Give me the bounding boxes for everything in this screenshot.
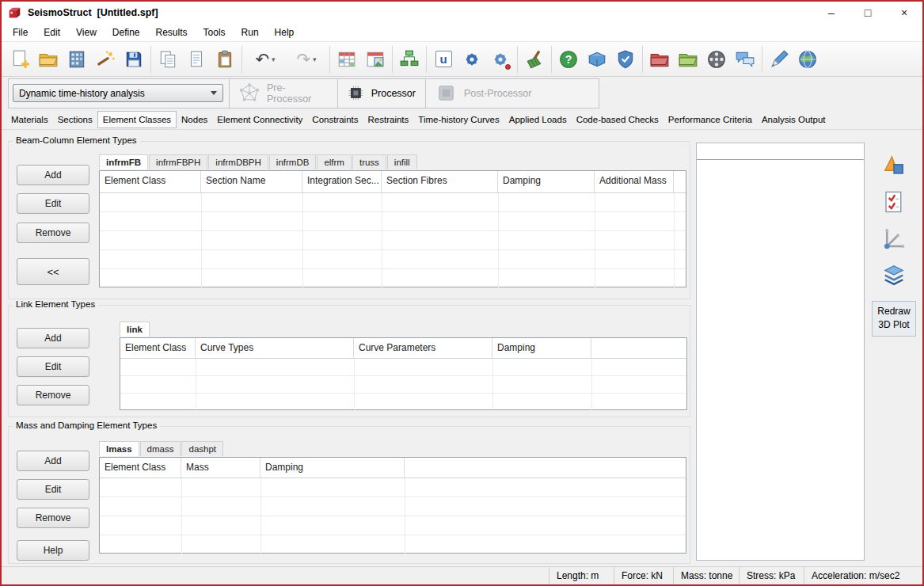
technical-support-icon[interactable] bbox=[611, 44, 640, 74]
redraw-3d-plot-button[interactable]: Redraw 3D Plot bbox=[872, 301, 916, 337]
help-icon[interactable]: ? bbox=[554, 44, 583, 74]
pre-processor-button[interactable]: Pre-Processor bbox=[229, 79, 337, 108]
minimize-icon[interactable]: – bbox=[813, 2, 850, 24]
col-damping[interactable]: Damping bbox=[498, 171, 595, 192]
processor-button[interactable]: Processor bbox=[337, 79, 425, 108]
close-icon[interactable]: × bbox=[886, 2, 922, 24]
deformed-shape-axes-icon[interactable] bbox=[879, 225, 909, 252]
open-project-icon[interactable] bbox=[34, 44, 63, 74]
building-modeller-icon[interactable] bbox=[63, 44, 91, 74]
user-manual-icon[interactable] bbox=[583, 44, 611, 74]
discussion-forum-icon[interactable] bbox=[731, 44, 759, 74]
tab-truss[interactable]: truss bbox=[352, 154, 386, 169]
beam-edit-button[interactable]: Edit bbox=[17, 193, 89, 214]
col-element-class[interactable]: Element Class bbox=[100, 458, 181, 478]
tab-sections[interactable]: Sections bbox=[53, 111, 97, 128]
tab-infrmDB[interactable]: infrmDB bbox=[269, 154, 317, 169]
col-section-fibres[interactable]: Section Fibres bbox=[382, 171, 498, 192]
col-integration-sections[interactable]: Integration Sec... bbox=[302, 171, 382, 192]
beam-add-button[interactable]: Add bbox=[17, 165, 89, 185]
mass-help-button[interactable]: Help bbox=[17, 540, 89, 561]
menu-tools[interactable]: Tools bbox=[196, 25, 234, 40]
link-remove-button[interactable]: Remove bbox=[17, 385, 89, 405]
tab-performance-criteria[interactable]: Performance Criteria bbox=[664, 111, 757, 128]
tab-materials[interactable]: Materials bbox=[6, 111, 53, 128]
col-section-name[interactable]: Section Name bbox=[201, 171, 302, 192]
maximize-icon[interactable]: □ bbox=[850, 2, 886, 24]
tab-constraints[interactable]: Constraints bbox=[307, 111, 363, 128]
plot-area-3d[interactable] bbox=[696, 143, 865, 561]
new-project-icon[interactable] bbox=[6, 44, 34, 74]
undo-icon[interactable]: ↶ ▾ bbox=[245, 44, 286, 74]
col-mass[interactable]: Mass bbox=[181, 458, 260, 478]
tab-dashpt[interactable]: dashpt bbox=[181, 441, 223, 456]
post-processor-button[interactable]: Post-Processor bbox=[425, 79, 599, 108]
menu-view[interactable]: View bbox=[68, 25, 105, 40]
plot-options-icon[interactable] bbox=[879, 152, 909, 179]
seismo-tools-pen-icon[interactable] bbox=[765, 44, 793, 74]
duplicate-icon[interactable] bbox=[182, 44, 211, 74]
tab-applied-loads[interactable]: Applied Loads bbox=[504, 111, 572, 128]
mass-remove-button[interactable]: Remove bbox=[17, 508, 89, 528]
link-table-body[interactable] bbox=[120, 359, 686, 410]
menu-help[interactable]: Help bbox=[267, 25, 302, 40]
menu-define[interactable]: Define bbox=[105, 25, 148, 40]
tab-nodes[interactable]: Nodes bbox=[177, 111, 212, 128]
tab-analysis-output[interactable]: Analysis Output bbox=[757, 111, 831, 128]
tab-infill[interactable]: infill bbox=[387, 154, 417, 169]
performance-check-icon[interactable] bbox=[879, 188, 909, 215]
col-element-class[interactable]: Element Class bbox=[100, 171, 201, 192]
tab-infrmFB[interactable]: infrmFB bbox=[99, 154, 148, 169]
tab-dmass[interactable]: dmass bbox=[140, 441, 181, 456]
open-red-folder-icon[interactable] bbox=[645, 44, 674, 74]
copy-icon[interactable] bbox=[154, 44, 182, 74]
tab-lmass[interactable]: lmass bbox=[99, 441, 139, 456]
open-green-folder-icon[interactable] bbox=[674, 44, 702, 74]
tab-infrmDBPH[interactable]: infrmDBPH bbox=[208, 154, 268, 169]
link-add-button[interactable]: Add bbox=[17, 328, 89, 348]
tab-infrmFBPH[interactable]: infrmFBPH bbox=[149, 154, 207, 169]
tab-element-classes[interactable]: Element Classes bbox=[97, 111, 177, 128]
clean-broom-icon[interactable] bbox=[520, 44, 549, 74]
redo-dropdown-icon[interactable]: ▾ bbox=[313, 55, 317, 63]
col-element-class[interactable]: Element Class bbox=[120, 338, 196, 358]
mass-edit-button[interactable]: Edit bbox=[17, 479, 89, 500]
program-settings-gear-icon[interactable] bbox=[458, 44, 486, 74]
element-connectivity-icon[interactable] bbox=[395, 44, 424, 74]
save-icon[interactable] bbox=[120, 44, 148, 74]
mass-add-button[interactable]: Add bbox=[17, 451, 89, 471]
website-globe-icon[interactable] bbox=[793, 44, 822, 74]
menu-file[interactable]: File bbox=[5, 25, 36, 40]
col-damping[interactable]: Damping bbox=[260, 458, 405, 478]
tab-element-connectivity[interactable]: Element Connectivity bbox=[212, 111, 307, 128]
menu-results[interactable]: Results bbox=[148, 25, 196, 40]
units-icon[interactable]: u bbox=[429, 44, 458, 74]
tab-link[interactable]: link bbox=[120, 322, 150, 337]
wizard-icon[interactable] bbox=[91, 44, 120, 74]
show-model-table-icon[interactable] bbox=[333, 44, 361, 74]
mass-table-body[interactable] bbox=[100, 478, 686, 554]
tab-code-based-checks[interactable]: Code-based Checks bbox=[572, 111, 664, 128]
layers-icon[interactable] bbox=[879, 261, 909, 288]
beam-collapse-button[interactable]: << bbox=[17, 258, 89, 285]
menu-edit[interactable]: Edit bbox=[36, 25, 68, 40]
show-model-image-icon[interactable] bbox=[361, 44, 390, 74]
analysis-type-select[interactable]: Dynamic time-history analysis bbox=[13, 84, 223, 102]
tab-elfrm[interactable]: elfrm bbox=[317, 154, 352, 169]
undo-dropdown-icon[interactable]: ▾ bbox=[272, 55, 276, 63]
title-bar[interactable]: SeismoStruct [Untitled.spf] – □ × bbox=[2, 2, 922, 24]
col-damping[interactable]: Damping bbox=[492, 338, 591, 358]
beam-remove-button[interactable]: Remove bbox=[17, 223, 89, 243]
beam-table-body[interactable] bbox=[100, 193, 686, 287]
paste-icon[interactable] bbox=[211, 44, 239, 74]
video-tutorials-icon[interactable] bbox=[702, 44, 731, 74]
tab-restraints[interactable]: Restraints bbox=[363, 111, 414, 128]
redo-icon[interactable]: ↷ ▾ bbox=[286, 44, 327, 74]
col-curve-types[interactable]: Curve Types bbox=[196, 338, 354, 358]
link-edit-button[interactable]: Edit bbox=[17, 356, 89, 377]
tab-time-history-curves[interactable]: Time-history Curves bbox=[413, 111, 504, 128]
advanced-settings-gear-icon[interactable] bbox=[486, 44, 515, 74]
col-curve-parameters[interactable]: Curve Parameters bbox=[354, 338, 492, 358]
menu-run[interactable]: Run bbox=[234, 25, 267, 40]
col-additional-mass[interactable]: Additional Mass bbox=[595, 171, 674, 192]
